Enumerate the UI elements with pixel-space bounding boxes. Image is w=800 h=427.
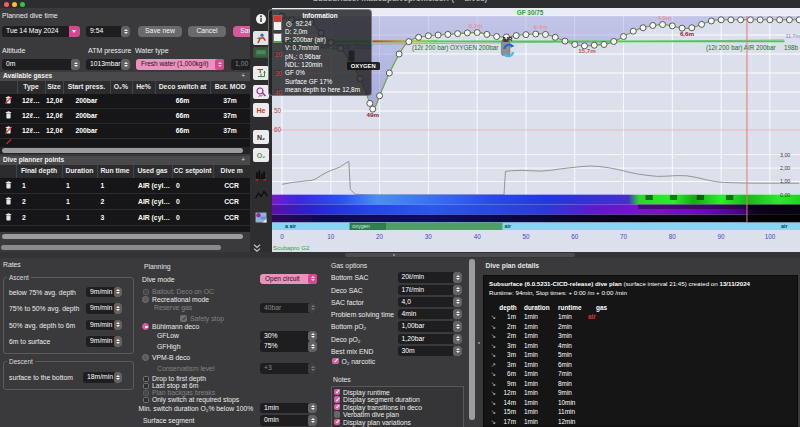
planner-point-row[interactable]: 2 1 2 AIR (cyl… 0 CCR	[0, 193, 250, 209]
planner-panel-scrollbar[interactable]	[1, 245, 221, 250]
rate-ascent6m-field[interactable]: 9m/min	[86, 320, 122, 331]
settings-vertical-scrollbar[interactable]	[469, 259, 475, 420]
dive-plan-text-box[interactable]: Subsurface (6.0.5231-CICD-release) dive …	[483, 275, 798, 427]
plan-runtime: 5min	[558, 351, 572, 358]
n2-toggle-button[interactable]: N₂	[253, 130, 269, 144]
display-transitions-checkbox[interactable]	[334, 404, 341, 411]
gfhigh-field[interactable]: 75%	[260, 341, 317, 352]
dive-mode-dropdown-icon[interactable]	[308, 274, 317, 285]
bottom-po2-field[interactable]: 1,00bar	[398, 321, 463, 332]
air-tank-icon	[501, 41, 510, 56]
delete-point-icon[interactable]	[5, 213, 12, 221]
gases-col-size[interactable]: Size	[45, 81, 63, 94]
gflow-field[interactable]: 30%	[260, 331, 317, 342]
photos-toggle-button[interactable]	[253, 210, 269, 224]
date-picker[interactable]: Tue 14 May 2024	[2, 26, 80, 37]
events-toggle-button[interactable]	[253, 85, 269, 99]
last-stop-6m-checkbox[interactable]	[143, 383, 150, 390]
points-scrollbar[interactable]	[2, 234, 243, 239]
picture-toggle-button[interactable]	[253, 47, 269, 58]
best-mix-end-field[interactable]: 30m	[398, 346, 463, 357]
delete-gas-icon[interactable]	[5, 111, 12, 119]
delete-gas-icon-disabled[interactable]	[5, 96, 12, 104]
time-field[interactable]: 9:54	[86, 26, 130, 37]
date-dropdown-icon[interactable]	[69, 26, 80, 37]
plan-duration: 1min	[524, 370, 538, 377]
points-col-run-time[interactable]: Run time	[97, 165, 133, 178]
delete-point-icon[interactable]	[5, 197, 12, 205]
info-toggle-button[interactable]	[253, 12, 269, 26]
atm-pressure-field[interactable]: 1013mbar	[86, 59, 130, 70]
gases-col-deco-switch[interactable]: Deco switch at	[155, 81, 210, 94]
altitude-field[interactable]: 0m	[2, 59, 80, 70]
sac-factor-field[interactable]: 4,0	[398, 297, 463, 308]
points-col-final-depth[interactable]: Final depth	[16, 165, 62, 178]
best-mix-end-label: Best mix END	[331, 348, 373, 355]
display-segment-checkbox[interactable]	[334, 396, 341, 403]
gas-graph-toggle-button[interactable]	[253, 188, 269, 202]
points-col-used-gas[interactable]: Used gas	[133, 165, 172, 178]
rate-surface-field[interactable]: 9m/min	[86, 336, 122, 347]
recreational-radio[interactable]	[142, 296, 149, 303]
verbatim-checkbox[interactable]	[334, 411, 341, 418]
gases-col-type[interactable]: Type	[17, 81, 45, 94]
water-type-dropdown-icon[interactable]	[215, 59, 224, 70]
rate-ascent50-field[interactable]: 9m/min	[86, 303, 122, 314]
gas-row[interactable]: 12ℓ… 12,0ℓ 200bar 66m 37m	[0, 123, 250, 138]
points-col-cc-setpoint[interactable]: CC setpoint	[172, 165, 213, 178]
only-switch-checkbox[interactable]	[143, 397, 150, 404]
display-variations-checkbox[interactable]	[334, 419, 341, 426]
points-col-duration[interactable]: Duration	[62, 165, 97, 178]
gases-col-start-press[interactable]: Start press.	[63, 81, 110, 94]
plan-runtime: 10min	[558, 399, 575, 406]
delete-point-icon[interactable]	[5, 181, 12, 189]
plan-duration: 1min	[524, 361, 538, 368]
o2-narcotic-checkbox[interactable]	[332, 358, 339, 365]
save-new-button[interactable]: Save new	[138, 26, 182, 37]
time-stepper[interactable]	[121, 26, 130, 37]
o2-toggle-button[interactable]: O₂	[253, 148, 269, 162]
drop-first-depth-checkbox[interactable]	[143, 376, 150, 383]
gases-col-bot-mod[interactable]: Bot. MOD	[210, 81, 250, 94]
points-col-dive-mode[interactable]: Dive m	[213, 165, 250, 178]
rate-descent-field[interactable]: 18m/min	[83, 372, 122, 383]
add-point-button[interactable]: +	[241, 156, 245, 165]
he-toggle-button[interactable]: He	[253, 103, 269, 117]
display-runtime-checkbox[interactable]	[334, 389, 341, 396]
add-gas-button[interactable]: +	[241, 72, 245, 81]
panel-splitter-handle-icon[interactable]	[478, 342, 480, 344]
save-button[interactable]: Save	[233, 26, 250, 37]
delete-gas-icon-disabled[interactable]	[5, 126, 12, 134]
surface-segment-field[interactable]: 0min	[260, 415, 317, 426]
gas-row[interactable]: 12ℓ… 12,0ℓ 200bar 66m 37m	[0, 93, 250, 108]
descent-group-label: Descent	[7, 358, 35, 365]
bottom-scrollbar[interactable]	[345, 253, 575, 257]
planner-point-row[interactable]: 1 1 1 AIR (cyl… 0 CCR	[0, 177, 250, 193]
bottom-sac-field[interactable]: 20ℓ/min	[398, 272, 463, 283]
cancel-button[interactable]: Cancel	[188, 26, 226, 37]
gases-scrollbar[interactable]	[2, 148, 243, 153]
planner-point-row[interactable]: 2 1 3 AIR (cyl… 0 CCR	[0, 209, 250, 225]
svg-text:198b: 198b	[784, 44, 799, 51]
gas-row[interactable]: 12ℓ… 12,0ℓ 200bar 66m 37m	[0, 108, 250, 123]
buhlmann-radio[interactable]	[142, 323, 149, 330]
plan-col-depth: depth	[498, 304, 518, 311]
deco-po2-field[interactable]: 1,20bar	[398, 334, 463, 345]
min-switch-field[interactable]: 1min	[260, 403, 317, 414]
profile-tooltip[interactable]: Information 92:24 D: 2,0m P: 200bar (air…	[268, 9, 372, 96]
vpmb-radio[interactable]	[142, 354, 149, 361]
problem-time-field[interactable]: 4min	[398, 309, 463, 320]
water-type-select[interactable]: Fresh water (1,000kg/ℓ)	[136, 59, 224, 70]
gases-col-o2[interactable]: O₂%	[110, 81, 132, 94]
plan-header-interval: (surface interval 21:45) created on	[622, 280, 720, 287]
altitude-stepper[interactable]	[71, 59, 80, 70]
sac-factor-label: SAC factor	[331, 299, 364, 306]
gas-pressures-toggle-button[interactable]	[253, 66, 269, 80]
gases-col-he[interactable]: He%	[132, 81, 155, 94]
dive-mode-select[interactable]: Open circuit	[260, 274, 317, 285]
heart-rate-toggle-button[interactable]	[253, 31, 269, 45]
rate-ascent75-field[interactable]: 9m/min	[86, 287, 122, 298]
deco-sac-field[interactable]: 17ℓ/min	[398, 285, 463, 296]
atm-stepper[interactable]	[121, 59, 130, 70]
tissue-heatmap-toggle-button[interactable]	[253, 168, 269, 182]
